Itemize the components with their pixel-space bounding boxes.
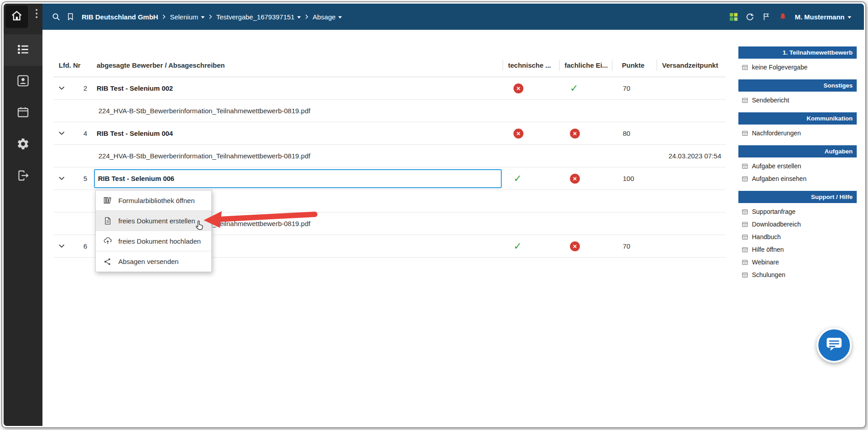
breadcrumb-company[interactable]: RIB Deutschland GmbH <box>82 13 158 21</box>
sidebar-item-list[interactable] <box>4 34 42 66</box>
bidder-name-cell[interactable]: RIB Test - Selenium 004 <box>93 122 503 144</box>
punkte-value: 80 <box>612 122 657 144</box>
row-expander-icon[interactable] <box>59 131 65 135</box>
panel-section-aufgaben: Aufgaben Aufgabe erstellen Aufgaben eins… <box>738 145 857 185</box>
column-header-punkte[interactable]: Punkte <box>612 54 657 77</box>
application: RIB Deutschland GmbH Selenium Testvergab… <box>4 4 864 426</box>
apps-grid-icon[interactable] <box>729 13 738 21</box>
panel-section-support-hilfe: Support / Hilfe Supportanfrage Downloadb… <box>738 191 857 281</box>
panel-section-teilnahmewettbewerb: 1. Teilnahmewettbewerb keine Folgevergab… <box>738 46 857 74</box>
technisch-status-icon: ✓ <box>513 241 522 251</box>
topbar-actions: M. Mustermann <box>729 12 864 22</box>
panel-item-icon <box>742 234 748 240</box>
home-button[interactable] <box>5 5 28 28</box>
row-number: 5 <box>84 175 87 182</box>
panel-section-header: 1. Teilnahmewettbewerb <box>738 46 857 59</box>
share-icon <box>103 258 112 266</box>
versand-value <box>657 122 726 144</box>
user-menu[interactable]: M. Mustermann <box>795 13 851 21</box>
panel-item-icon <box>742 222 748 227</box>
panel-section-header: Sonstiges <box>738 79 857 92</box>
sync-icon[interactable] <box>745 12 755 22</box>
breadcrumb-separator-icon <box>209 14 212 19</box>
breadcrumb: RIB Deutschland GmbH Selenium Testvergab… <box>82 13 342 21</box>
menu-item-freies-dokument-erstellen[interactable]: freies Dokument erstellen <box>96 211 211 231</box>
versand-value <box>657 235 726 257</box>
sidebar-item-contacts[interactable] <box>4 66 42 97</box>
panel-section-header: Aufgaben <box>738 145 857 157</box>
absage-document-link[interactable]: 224_HVA-B-Stb_Bewerberinformation_Teilna… <box>93 145 503 167</box>
panel-item-icon <box>742 97 748 103</box>
menu-item-absagen-versenden[interactable]: Absagen versenden <box>96 251 211 272</box>
panel-item-icon <box>742 176 748 182</box>
sidebar-item-settings[interactable] <box>4 129 42 161</box>
panel-item-aufgabe-erstellen[interactable]: Aufgabe erstellen <box>738 160 857 172</box>
panel-item-supportanfrage[interactable]: Supportanfrage <box>738 205 857 218</box>
sidebar-nav <box>4 34 42 192</box>
menu-item-label: Absagen versenden <box>118 258 178 265</box>
panel-item-icon <box>742 259 748 265</box>
technisch-status-icon: × <box>513 129 523 139</box>
column-header-bewerber[interactable]: abgesagte Bewerber / Absageschreiben <box>93 54 503 77</box>
chevron-down-icon <box>201 16 205 18</box>
chevron-down-icon <box>338 16 342 18</box>
calendar-icon <box>16 106 30 121</box>
panel-item-webinare[interactable]: Webinare <box>738 256 857 268</box>
chat-support-button[interactable] <box>817 328 852 363</box>
row-expander-icon[interactable] <box>59 244 65 248</box>
panel-item-sendebericht[interactable]: Sendebericht <box>738 94 857 106</box>
sidebar-more-icon[interactable] <box>33 9 40 18</box>
breadcrumb-project[interactable]: Selenium <box>170 13 205 21</box>
versand-value <box>657 77 726 99</box>
menu-item-label: freies Dokument erstellen <box>118 217 195 225</box>
flag-icon[interactable] <box>762 12 771 21</box>
sidebar-item-logout[interactable] <box>4 161 42 192</box>
fachlich-status-icon: × <box>570 241 580 251</box>
column-header-versandzeitpunkt[interactable]: Versandzeitpunkt <box>657 54 726 77</box>
column-header-lfd-nr[interactable]: Lfd. Nr <box>53 54 93 77</box>
search-icon[interactable] <box>51 12 61 22</box>
row-number: 6 <box>84 242 87 250</box>
window-frame: RIB Deutschland GmbH Selenium Testvergab… <box>1 1 866 428</box>
panel-item-schulungen[interactable]: Schulungen <box>738 268 857 281</box>
bookmark-icon[interactable] <box>66 13 75 21</box>
selected-bidder-name-cell[interactable]: RIB Test - Selenium 006 <box>94 169 502 188</box>
document-create-icon <box>103 217 112 225</box>
menu-item-formularbibliothek[interactable]: Formularbibliothek öffnen <box>96 190 211 211</box>
panel-item-icon <box>742 272 748 278</box>
versand-value <box>657 167 726 190</box>
row-number: 4 <box>84 129 87 137</box>
fachlich-status-icon: × <box>570 129 580 139</box>
upload-cloud-icon <box>103 236 112 245</box>
table-row: 2 RIB Test - Selenium 002 × ✓ 70 <box>53 77 726 100</box>
table-row-selected: 5 RIB Test - Selenium 006 ✓ × 100 <box>53 167 726 190</box>
panel-item-keine-folgevergabe[interactable]: keine Folgevergabe <box>738 61 857 74</box>
punkte-value: 100 <box>612 167 657 190</box>
right-panel: 1. Teilnahmewettbewerb keine Folgevergab… <box>738 46 857 287</box>
panel-item-downloadbereich[interactable]: Downloadbereich <box>738 218 857 231</box>
user-name: M. Mustermann <box>795 13 845 21</box>
row-expander-icon[interactable] <box>59 176 65 180</box>
menu-item-freies-dokument-hochladen[interactable]: freies Dokument hochladen <box>96 231 211 251</box>
technisch-status-icon: × <box>513 83 523 93</box>
panel-item-hilfe-oeffnen[interactable]: Hilfe öffnen <box>738 243 857 256</box>
absage-document-link[interactable]: 224_HVA-B-Stb_Bewerberinformation_Teilna… <box>93 100 503 122</box>
panel-item-nachforderungen[interactable]: Nachforderungen <box>738 127 857 139</box>
column-header-fachlich[interactable]: fachliche Ei... <box>559 54 612 77</box>
gear-icon <box>16 137 30 153</box>
panel-section-header: Support / Hilfe <box>738 191 857 203</box>
panel-section-header: Kommunikation <box>738 112 857 125</box>
panel-item-handbuch[interactable]: Handbuch <box>738 231 857 243</box>
technisch-status-icon: ✓ <box>513 174 522 184</box>
breadcrumb-tender[interactable]: Testvergabe_1679397151 <box>216 13 301 21</box>
sidebar-item-calendar[interactable] <box>4 97 42 129</box>
row-expander-icon[interactable] <box>59 86 65 90</box>
panel-item-aufgaben-einsehen[interactable]: Aufgaben einsehen <box>738 172 857 185</box>
panel-section-sonstiges: Sonstiges Sendebericht <box>738 79 857 106</box>
column-header-technisch[interactable]: technische ... <box>503 54 559 77</box>
table-header-row: Lfd. Nr abgesagte Bewerber / Absageschre… <box>53 54 726 77</box>
bidder-name-cell[interactable]: RIB Test - Selenium 002 <box>93 77 503 99</box>
breadcrumb-step[interactable]: Absage <box>313 13 342 21</box>
notifications-bell-icon[interactable] <box>778 12 788 22</box>
logout-icon <box>16 169 30 184</box>
